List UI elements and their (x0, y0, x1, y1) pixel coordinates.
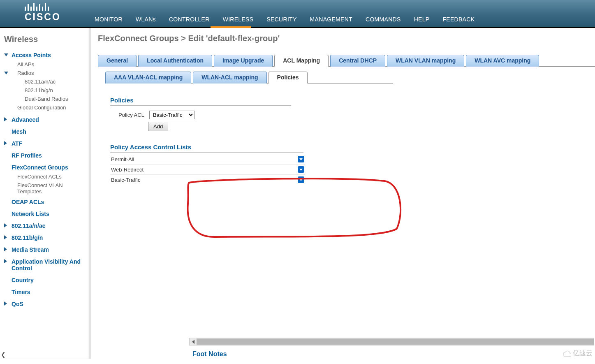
sidebar-all-aps[interactable]: All APs (10, 60, 87, 69)
tab-acl-mapping[interactable]: ACL Mapping (274, 55, 329, 67)
sidebar-flexconnect-vlan[interactable]: FlexConnect VLAN Templates (10, 181, 87, 196)
acl-row-label: Basic-Traffic (111, 177, 141, 183)
add-button[interactable]: Add (148, 122, 168, 131)
watermark: 亿速云 (562, 349, 593, 358)
annotation-circle (183, 175, 409, 241)
sidebar-advanced[interactable]: Advanced (4, 115, 87, 125)
tab-wlan-avc[interactable]: WLAN AVC mapping (466, 55, 539, 67)
sidebar-mesh[interactable]: Mesh (4, 127, 87, 137)
content-area: FlexConnect Groups > Edit 'default-flex-… (90, 28, 595, 359)
acl-row-label: Permit-All (111, 156, 134, 162)
sidebar-access-points[interactable]: Access Points (4, 51, 87, 60)
subtab-aaa-vlan-acl[interactable]: AAA VLAN-ACL mapping (105, 72, 191, 83)
scroll-left-icon[interactable] (190, 338, 197, 345)
tab-image-upgrade[interactable]: Image Upgrade (214, 55, 273, 67)
policy-acl-label: Policy ACL (118, 112, 144, 118)
sidebar-oeap-acls[interactable]: OEAP ACLs (4, 197, 87, 207)
subtab-policies[interactable]: Policies (269, 72, 308, 83)
sidebar-avc[interactable]: Application Visibility And Control (4, 257, 87, 273)
acl-row-basic-traffic: Basic-Traffic (110, 175, 305, 185)
sidebar-network-lists[interactable]: Network Lists (4, 209, 87, 219)
nav-wlans[interactable]: WLANs (136, 16, 156, 23)
sidebar: Wireless Access Points All APs Radios 80… (0, 28, 90, 359)
sidebar-flexconnect-groups[interactable]: FlexConnect Groups (4, 163, 87, 172)
tab-local-auth[interactable]: Local Authentication (138, 55, 212, 67)
acl-row-permit-all: Permit-All (110, 154, 305, 165)
tab-general[interactable]: General (98, 55, 137, 67)
nav-feedback[interactable]: FEEDBACK (442, 16, 475, 23)
sidebar-radio-11b[interactable]: 802.11b/g/n (21, 86, 87, 95)
sidebar-qos[interactable]: QoS (4, 299, 87, 309)
acl-row-label: Web-Redirect (111, 167, 144, 173)
nav-security[interactable]: SECURITY (266, 16, 296, 23)
dropdown-icon[interactable] (298, 166, 304, 173)
sidebar-radio-dual[interactable]: Dual-Band Radios (21, 95, 87, 103)
brand-text: CISCO (25, 12, 61, 23)
subtabs-row: AAA VLAN-ACL mapping WLAN-ACL mapping Po… (105, 72, 595, 83)
top-nav: MONITOR WLANs CONTROLLER WIRELESS SECURI… (95, 16, 475, 23)
policy-acl-select[interactable]: Basic-Traffic (149, 111, 194, 119)
nav-commands[interactable]: COMMANDS (366, 16, 401, 23)
tab-central-dhcp[interactable]: Central DHCP (330, 55, 385, 67)
sidebar-11a[interactable]: 802.11a/n/ac (4, 221, 87, 231)
horizontal-scrollbar[interactable] (189, 338, 594, 345)
sidebar-rf-profiles[interactable]: RF Profiles (4, 151, 87, 160)
nav-help[interactable]: HELP (414, 16, 430, 23)
dropdown-icon[interactable] (298, 176, 304, 183)
subtab-wlan-acl[interactable]: WLAN-ACL mapping (193, 72, 266, 83)
tab-wlan-vlan[interactable]: WLAN VLAN mapping (387, 55, 464, 67)
sidebar-global-config[interactable]: Global Configuration (10, 103, 87, 112)
acl-row-web-redirect: Web-Redirect (110, 165, 305, 175)
nav-wireless[interactable]: WIRELESS (223, 16, 254, 23)
sidebar-atf[interactable]: ATF (4, 139, 87, 148)
foot-notes: Foot Notes (192, 350, 227, 358)
breadcrumb: FlexConnect Groups > Edit 'default-flex-… (98, 34, 595, 43)
top-banner: CISCO MONITOR WLANs CONTROLLER WIRELESS … (0, 0, 595, 28)
acl-list-title: Policy Access Control Lists (110, 144, 303, 153)
sidebar-radio-11a[interactable]: 802.11a/n/ac (21, 77, 87, 86)
chevron-left-icon[interactable]: ❮ (1, 351, 6, 358)
policies-heading: Policies (110, 97, 291, 106)
sidebar-title: Wireless (0, 31, 90, 47)
sidebar-timers[interactable]: Timers (4, 287, 87, 297)
cisco-logo-icon (25, 2, 61, 11)
nav-controller[interactable]: CONTROLLER (169, 16, 210, 23)
nav-monitor[interactable]: MONITOR (95, 16, 123, 23)
sidebar-11b[interactable]: 802.11b/g/n (4, 233, 87, 243)
sidebar-country[interactable]: Country (4, 276, 87, 285)
sidebar-flexconnect-acls[interactable]: FlexConnect ACLs (10, 172, 87, 181)
dropdown-icon[interactable] (298, 156, 304, 162)
tabs-row: General Local Authentication Image Upgra… (98, 55, 595, 67)
brand-logo: CISCO (25, 2, 61, 23)
nav-management[interactable]: MANAGEMENT (310, 16, 352, 23)
sidebar-media-stream[interactable]: Media Stream (4, 245, 87, 255)
sidebar-radios[interactable]: Radios (10, 69, 87, 77)
